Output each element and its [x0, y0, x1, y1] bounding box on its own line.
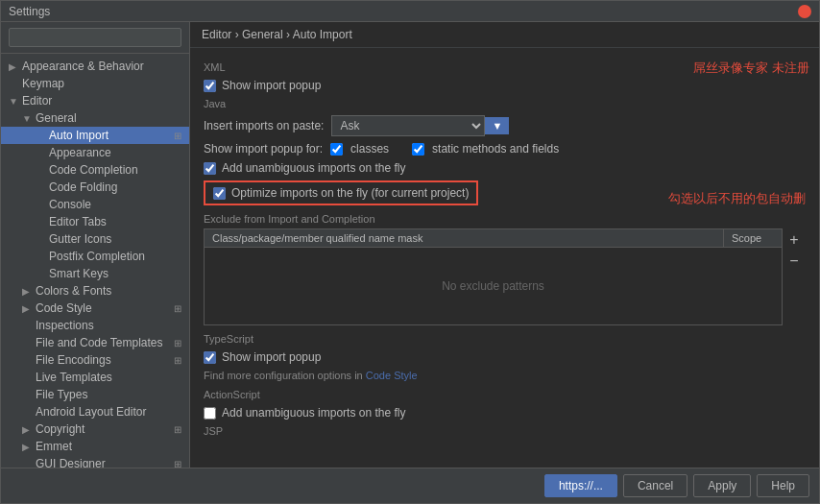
sidebar-item-label: Copyright: [36, 422, 174, 436]
classes-checkbox[interactable]: [330, 143, 343, 156]
window-title: Settings: [9, 5, 50, 18]
search-box: [1, 22, 189, 54]
java-section-label: Java: [204, 98, 806, 109]
sidebar-item-smart-keys[interactable]: Smart Keys: [1, 265, 189, 282]
sidebar-item-postfix-completion[interactable]: Postfix Completion: [1, 248, 189, 265]
sidebar-item-live-templates[interactable]: Live Templates: [1, 369, 189, 386]
settings-content: 屌丝录像专家 未注册 XML Show import popup Java In…: [190, 48, 819, 468]
sidebar-item-code-completion[interactable]: Code Completion: [1, 161, 189, 179]
help-button[interactable]: Help: [757, 474, 809, 497]
sidebar-item-colors-fonts[interactable]: ▶Colors & Fonts: [1, 282, 189, 300]
sidebar-item-code-folding[interactable]: Code Folding: [1, 179, 189, 196]
static-label: static methods and fields: [432, 142, 559, 156]
exclude-section-label: Exclude from Import and Completion: [204, 213, 806, 225]
ts-show-import-popup-row: Show import popup: [204, 350, 806, 364]
typescript-section-label: TypeScript: [204, 333, 806, 345]
sidebar-item-label: Gutter Icons: [49, 232, 181, 246]
sidebar-item-emmet[interactable]: ▶Emmet: [1, 438, 189, 455]
breadcrumb: Editor › General › Auto Import: [190, 22, 819, 48]
exclude-table-header: Class/package/member qualified name mask…: [205, 229, 782, 248]
sidebar-item-label: Smart Keys: [49, 267, 181, 280]
annotation-top: 屌丝录像专家 未注册: [693, 60, 809, 77]
show-import-popup-label: Show import popup for:: [204, 142, 323, 156]
add-unambiguous-label: Add unambiguous imports on the fly: [222, 161, 405, 175]
as-add-unambiguous-checkbox[interactable]: [204, 407, 216, 420]
ok-button[interactable]: https://...: [544, 474, 617, 497]
static-checkbox[interactable]: [412, 143, 424, 156]
insert-imports-dropdown-wrap: Ask Always Never ▼: [331, 115, 509, 136]
optimize-imports-checkbox[interactable]: [213, 187, 226, 200]
sidebar-item-keymap[interactable]: Keymap: [1, 75, 189, 92]
sidebar-item-icon-right: ⊞: [174, 459, 181, 468]
sidebar-item-label: Appearance: [49, 146, 181, 159]
sidebar-item-editor-tabs[interactable]: Editor Tabs: [1, 213, 189, 230]
settings-window: Settings ▶Appearance & BehaviorKeymap▼Ed…: [0, 0, 820, 504]
sidebar-item-copyright[interactable]: ▶Copyright⊞: [1, 420, 189, 438]
show-import-popup-row: Show import popup for: classes static me…: [204, 142, 806, 156]
as-add-unambiguous-row: Add unambiguous imports on the fly: [204, 406, 806, 420]
search-input[interactable]: [9, 28, 181, 47]
sidebar-item-android-layout-editor[interactable]: Android Layout Editor: [1, 403, 189, 420]
classes-label: classes: [350, 142, 389, 156]
sidebar-item-console[interactable]: Console: [1, 196, 189, 213]
titlebar: Settings: [1, 1, 819, 22]
ts-show-import-popup-label: Show import popup: [222, 350, 321, 364]
sidebar-item-label: Colors & Fonts: [36, 284, 181, 298]
sidebar-item-editor[interactable]: ▼Editor: [1, 92, 189, 109]
add-unambiguous-row: Add unambiguous imports on the fly: [204, 161, 806, 175]
sidebar-item-label: Emmet: [36, 440, 181, 453]
exclude-table-body: No exclude patterns: [205, 248, 782, 324]
sidebar-item-icon-right: ⊞: [174, 338, 181, 348]
sidebar-item-label: Live Templates: [36, 371, 181, 384]
sidebar-item-file-types[interactable]: File Types: [1, 386, 189, 403]
sidebar-item-file-code-templates[interactable]: File and Code Templates⊞: [1, 334, 189, 351]
close-button[interactable]: [798, 5, 811, 18]
sidebar-item-label: Code Folding: [49, 180, 181, 194]
insert-imports-label: Insert imports on paste:: [204, 119, 324, 132]
sidebar-item-label: File Types: [36, 388, 181, 401]
xml-show-import-popup-row: Show import popup: [204, 79, 806, 92]
remove-pattern-button[interactable]: −: [784, 252, 804, 271]
main-panel: Editor › General › Auto Import 屌丝录像专家 未注…: [190, 22, 819, 468]
sidebar-item-general[interactable]: ▼General: [1, 109, 189, 127]
insert-imports-dropdown-btn[interactable]: ▼: [485, 117, 509, 134]
annotation-side: 勾选以后不用的包自动删: [668, 190, 806, 207]
ts-show-import-popup-checkbox[interactable]: [204, 351, 216, 364]
col-scope-header: Scope: [724, 229, 782, 247]
sidebar-item-appearance-behavior[interactable]: ▶Appearance & Behavior: [1, 58, 189, 75]
add-unambiguous-checkbox[interactable]: [204, 162, 216, 175]
sidebar-item-file-encodings[interactable]: File Encodings⊞: [1, 351, 189, 369]
typescript-section: TypeScript Show import popup Find more c…: [204, 333, 806, 381]
code-style-link[interactable]: Code Style: [366, 370, 418, 381]
insert-imports-select[interactable]: Ask Always Never: [331, 115, 485, 136]
table-side-buttons: + −: [783, 228, 806, 325]
sidebar-item-icon-right: ⊞: [174, 424, 181, 435]
xml-show-import-popup-checkbox[interactable]: [204, 80, 216, 92]
sidebar-item-label: File Encodings: [36, 353, 174, 367]
apply-button[interactable]: Apply: [693, 474, 751, 497]
optimize-imports-highlight-box: Optimize imports on the fly (for current…: [204, 180, 478, 205]
sidebar-item-label: General: [36, 111, 181, 125]
exclude-table: Class/package/member qualified name mask…: [204, 228, 783, 325]
sidebar-item-icon-right: ⊞: [174, 131, 181, 141]
main-content-area: ▶Appearance & BehaviorKeymap▼Editor▼Gene…: [1, 22, 819, 468]
table-empty-label: No exclude patterns: [442, 279, 544, 293]
sidebar-item-label: Editor Tabs: [49, 215, 181, 228]
col-name-header: Class/package/member qualified name mask: [205, 229, 724, 247]
sidebar-item-gui-designer[interactable]: GUI Designer⊞: [1, 455, 189, 468]
add-pattern-button[interactable]: +: [784, 230, 804, 250]
sidebar-item-inspections[interactable]: Inspections: [1, 317, 189, 334]
sidebar-item-label: Inspections: [36, 319, 181, 332]
sidebar-item-gutter-icons[interactable]: Gutter Icons: [1, 230, 189, 248]
sidebar-item-code-style[interactable]: ▶Code Style⊞: [1, 300, 189, 317]
sidebar-item-label: Appearance & Behavior: [22, 60, 181, 73]
sidebar-item-auto-import[interactable]: Auto Import⊞: [1, 127, 189, 144]
sidebar-item-label: Android Layout Editor: [36, 405, 181, 419]
sidebar-item-label: Code Style: [36, 301, 174, 315]
sidebar-item-label: Console: [49, 198, 181, 211]
sidebar-item-icon-right: ⊞: [174, 355, 181, 366]
sidebar-item-appearance[interactable]: Appearance: [1, 144, 189, 161]
cancel-button[interactable]: Cancel: [623, 474, 687, 497]
sidebar-item-label: File and Code Templates: [36, 336, 174, 349]
sidebar: ▶Appearance & BehaviorKeymap▼Editor▼Gene…: [1, 22, 190, 468]
